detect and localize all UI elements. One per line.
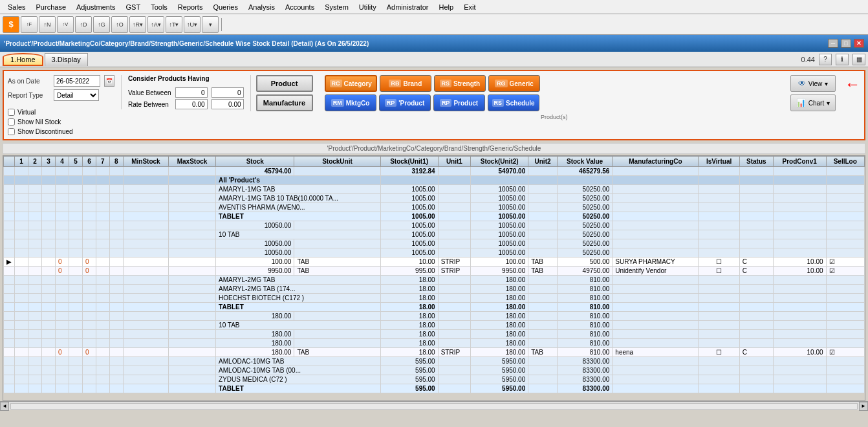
col-stock-unit1[interactable]: Stock(Unit1)	[380, 157, 438, 167]
col-status[interactable]: Status	[739, 157, 773, 167]
col-prodconv1[interactable]: ProdConv1	[773, 157, 826, 167]
data-table-container[interactable]: 1 2 3 4 5 6 7 8 MinStock MaxStock Stock …	[3, 155, 865, 401]
toolbar-btn-dollar[interactable]: $	[3, 16, 19, 33]
table-row[interactable]: 10 TAB18.00180.00810.00	[4, 321, 865, 330]
close-button[interactable]: ✕	[854, 39, 864, 48]
show-discontinued-checkbox[interactable]	[8, 128, 15, 135]
help-icon-btn[interactable]: ?	[819, 54, 832, 65]
table-row[interactable]: 180.0018.00180.00810.00	[4, 312, 865, 321]
table-row[interactable]: 10 TAB1005.0010050.0050250.00	[4, 230, 865, 239]
col-unit2[interactable]: Unit2	[528, 157, 558, 167]
menu-administrator[interactable]: Administrator	[382, 2, 434, 12]
info-icon-btn[interactable]: ℹ	[836, 54, 849, 65]
generic-button[interactable]: RG Generic	[488, 75, 540, 92]
table-row[interactable]: 180.0018.00180.00810.00	[4, 339, 865, 348]
table-row[interactable]: 10050.001005.0010050.0050250.00	[4, 248, 865, 257]
product-quote-button[interactable]: RP 'Product	[379, 94, 431, 111]
product2-button[interactable]: RP Product	[433, 94, 485, 111]
brand-button[interactable]: RB Brand	[380, 75, 431, 92]
scroll-right-btn[interactable]: ►	[859, 402, 868, 411]
toolbar-btn-more[interactable]: ▾	[202, 16, 219, 33]
table-row[interactable]: 180.0018.00180.00810.00	[4, 330, 865, 339]
col-sellloc[interactable]: SellLoo	[826, 157, 864, 167]
col-1[interactable]: 1	[15, 157, 28, 167]
manufacture-button[interactable]: Manufacture	[256, 94, 313, 111]
col-8[interactable]: 8	[109, 157, 123, 167]
menu-utility[interactable]: Utility	[354, 2, 382, 12]
table-row[interactable]: 10050.001005.0010050.0050250.00	[4, 221, 865, 230]
menu-gst[interactable]: GST	[121, 2, 146, 12]
table-row[interactable]: 00180.00TAB18.00STRIP180.00TAB810.00heen…	[4, 348, 865, 357]
toolbar-btn-r[interactable]: ↑R▾	[129, 16, 146, 33]
table-row[interactable]: 45794.003192.8454970.00465279.56	[4, 167, 865, 176]
menu-purchase[interactable]: Purchase	[31, 2, 71, 12]
toolbar-btn-tf[interactable]: ↑F	[21, 16, 38, 33]
col-stockvalue[interactable]: Stock Value	[557, 157, 612, 167]
toolbar-btn-o[interactable]: ↑O	[111, 16, 128, 33]
schedule-button[interactable]: RS Schedule	[488, 94, 539, 111]
show-nil-stock-checkbox[interactable]	[8, 118, 15, 126]
col-7[interactable]: 7	[96, 157, 109, 167]
grid-icon-btn[interactable]: ▦	[852, 54, 865, 65]
scroll-left-btn[interactable]: ◄	[0, 402, 9, 411]
toolbar-btn-d[interactable]: ↑D	[75, 16, 92, 33]
toolbar-btn-g[interactable]: ↑G	[93, 16, 110, 33]
toolbar-btn-n[interactable]: ↑N	[39, 16, 56, 33]
horizontal-scrollbar[interactable]: ◄ ►	[0, 401, 868, 410]
table-row[interactable]: AMARYL-1MG TAB 10 TAB(10.0000 TA...1005.…	[4, 194, 865, 203]
strength-button[interactable]: RS Strength	[434, 75, 486, 92]
col-mfg[interactable]: ManufacturingCo	[613, 157, 699, 167]
menu-reports[interactable]: Reports	[173, 2, 208, 12]
table-row[interactable]: HOECHST BIOTECH (C172 )18.00180.00810.00	[4, 294, 865, 303]
menu-analysis[interactable]: Analysis	[243, 2, 280, 12]
menu-tools[interactable]: Tools	[146, 2, 173, 12]
view-button[interactable]: 👁 View ▾	[790, 75, 836, 92]
col-isvirtual[interactable]: IsVirtual	[699, 157, 739, 167]
menu-sales[interactable]: Sales	[3, 2, 31, 12]
col-5[interactable]: 5	[69, 157, 82, 167]
value-between-from[interactable]	[175, 87, 208, 98]
scroll-track[interactable]	[10, 403, 858, 410]
table-row[interactable]: AMLODAC-10MG TAB (00...595.005950.008330…	[4, 366, 865, 375]
table-row[interactable]: AMARYL-2MG TAB (174...18.00180.00810.00	[4, 285, 865, 294]
col-stockunit[interactable]: StockUnit	[294, 157, 380, 167]
menu-exit[interactable]: Exit	[459, 2, 481, 12]
table-row[interactable]: ZYDUS MEDICA (C72 )595.005950.0083300.00	[4, 375, 865, 384]
menu-accounts[interactable]: Accounts	[280, 2, 320, 12]
table-row[interactable]: AMARYL-2MG TAB18.00180.00810.00	[4, 276, 865, 285]
col-maxstock[interactable]: MaxStock	[169, 157, 216, 167]
mktgco-button[interactable]: RM MktgCo	[325, 94, 376, 111]
col-3[interactable]: 3	[41, 157, 55, 167]
col-6[interactable]: 6	[82, 157, 96, 167]
toolbar-btn-a[interactable]: ↑A▾	[147, 16, 164, 33]
toolbar-btn-t[interactable]: ↑T▾	[166, 16, 182, 33]
col-stock[interactable]: Stock	[216, 157, 294, 167]
virtual-checkbox[interactable]	[8, 109, 15, 116]
product-button[interactable]: Product	[256, 75, 313, 92]
report-type-select[interactable]: Detail Summary	[54, 89, 99, 101]
minimize-button[interactable]: ─	[828, 39, 838, 48]
value-between-to[interactable]	[212, 87, 244, 98]
toolbar-btn-tv[interactable]: ↑V	[57, 16, 74, 33]
table-row[interactable]: AMLODAC-10MG TAB595.005950.0083300.00	[4, 357, 865, 366]
menu-queries[interactable]: Queries	[208, 2, 243, 12]
table-row[interactable]: TABLET1005.0010050.0050250.00	[4, 212, 865, 221]
maximize-button[interactable]: □	[841, 39, 851, 48]
table-row[interactable]: ▶00100.00TAB10.00STRIP100.00TAB500.00SUR…	[4, 257, 865, 267]
rate-between-to[interactable]	[212, 99, 244, 109]
chart-button[interactable]: 📊 Chart ▾	[790, 94, 836, 111]
table-row[interactable]: 10050.001005.0010050.0050250.00	[4, 239, 865, 248]
tab-display[interactable]: 3.Display	[45, 53, 88, 66]
table-row[interactable]: All 'Product's	[4, 176, 865, 185]
col-2[interactable]: 2	[28, 157, 41, 167]
col-minstock[interactable]: MinStock	[123, 157, 168, 167]
table-row[interactable]: AVENTIS PHARMA (AVEN0...1005.0010050.005…	[4, 203, 865, 212]
col-unit1[interactable]: Unit1	[438, 157, 470, 167]
table-row[interactable]: AMARYL-1MG TAB1005.0010050.0050250.00	[4, 185, 865, 194]
col-4[interactable]: 4	[55, 157, 69, 167]
table-row[interactable]: TABLET595.005950.0083300.00	[4, 384, 865, 393]
tab-home[interactable]: 1.Home	[3, 53, 43, 66]
menu-help[interactable]: Help	[434, 2, 459, 12]
col-stock-unit2[interactable]: Stock(Unit2)	[471, 157, 528, 167]
calendar-icon[interactable]: 📅	[104, 75, 114, 87]
